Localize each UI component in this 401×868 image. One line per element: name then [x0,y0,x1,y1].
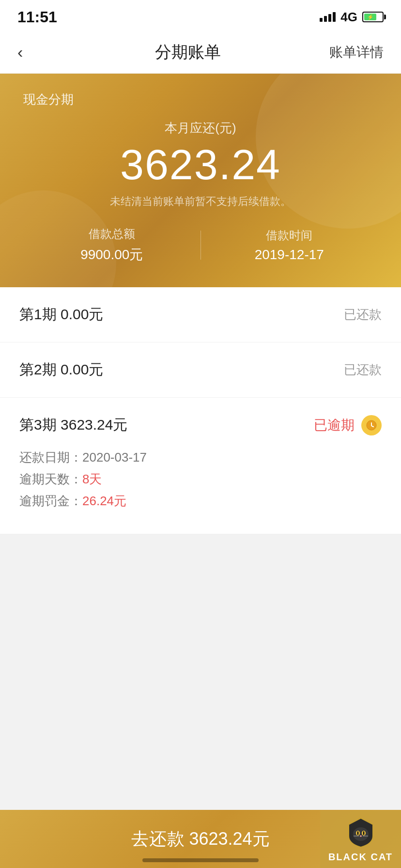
loan-date-label: 借款时间 [201,228,378,243]
installment-list: 第1期 0.00元 已还款 第2期 0.00元 已还款 第3期 3623.24元… [0,287,401,534]
signal-bars-icon [320,12,336,22]
battery-icon: ⚡ [362,12,384,22]
installment-item-1: 第1期 0.00元 已还款 [0,287,401,342]
detail-button[interactable]: 账单详情 [329,43,384,62]
hero-notice: 未结清当前账单前暂不支持后续借款。 [23,194,378,209]
overdue-days-row: 逾期天数：8天 [19,471,382,488]
installment-row-2: 第2期 0.00元 已还款 [19,360,382,380]
black-cat-text: BLACK CAT [328,852,393,863]
overdue-fine-row: 逾期罚金：26.24元 [19,493,382,510]
repay-date-value: 2020-03-17 [82,450,147,465]
hero-amount: 3623.24 [23,141,378,188]
installment-title-1: 第1期 0.00元 [19,305,103,325]
installment-status-3: 已逾期 [314,416,355,434]
loan-amount-value: 9900.00元 [23,246,200,264]
black-cat-logo-icon [344,816,378,850]
status-icons: 4G ⚡ [320,10,384,25]
back-button[interactable]: ‹ [17,43,46,62]
installment-status-2: 已还款 [344,361,382,378]
overdue-fine-label: 逾期罚金： [19,494,82,508]
home-indicator [142,858,259,862]
installment-row-3: 第3期 3623.24元 已逾期 [19,415,382,435]
loan-amount-info: 借款总额 9900.00元 [23,226,200,264]
installment-row-1: 第1期 0.00元 已还款 [19,305,382,325]
svg-point-7 [363,831,364,835]
loan-amount-label: 借款总额 [23,226,200,242]
svg-point-8 [360,836,362,837]
svg-point-6 [357,831,358,835]
pay-label: 去还款 [131,827,185,851]
month-label: 本月应还(元) [23,120,378,137]
status-bar: 11:51 4G ⚡ [0,0,401,31]
installment-status-1: 已还款 [344,306,382,323]
overdue-details: 还款日期：2020-03-17 逾期天数：8天 逾期罚金：26.24元 [19,449,382,510]
svg-point-1 [353,827,369,841]
installment-item-3: 第3期 3623.24元 已逾期 还款日期：2020-03-17 逾期天数：8天… [0,398,401,534]
page-title: 分期账单 [155,41,221,63]
overdue-days-label: 逾期天数： [19,472,82,486]
overdue-badge-icon [361,415,382,435]
installment-item-2: 第2期 0.00元 已还款 [0,342,401,398]
status-time: 11:51 [17,8,57,26]
hero-banner: 现金分期 本月应还(元) 3623.24 未结清当前账单前暂不支持后续借款。 借… [0,74,401,287]
repay-date-row: 还款日期：2020-03-17 [19,449,382,466]
loan-date-value: 2019-12-17 [201,247,378,263]
installment-title-3: 第3期 3623.24元 [19,415,127,435]
pay-amount: 3623.24元 [189,827,269,851]
hero-info-row: 借款总额 9900.00元 借款时间 2019-12-17 [23,226,378,264]
product-label: 现金分期 [23,91,378,108]
network-label: 4G [340,10,357,25]
overdue-days-value: 8天 [82,472,102,486]
black-cat-watermark: BLACK CAT [320,810,401,868]
overdue-fine-value: 26.24元 [82,494,126,508]
gray-area [0,534,401,699]
nav-bar: ‹ 分期账单 账单详情 [0,31,401,74]
repay-date-label: 还款日期： [19,450,82,465]
loan-date-info: 借款时间 2019-12-17 [201,228,378,263]
installment-title-2: 第2期 0.00元 [19,360,103,380]
